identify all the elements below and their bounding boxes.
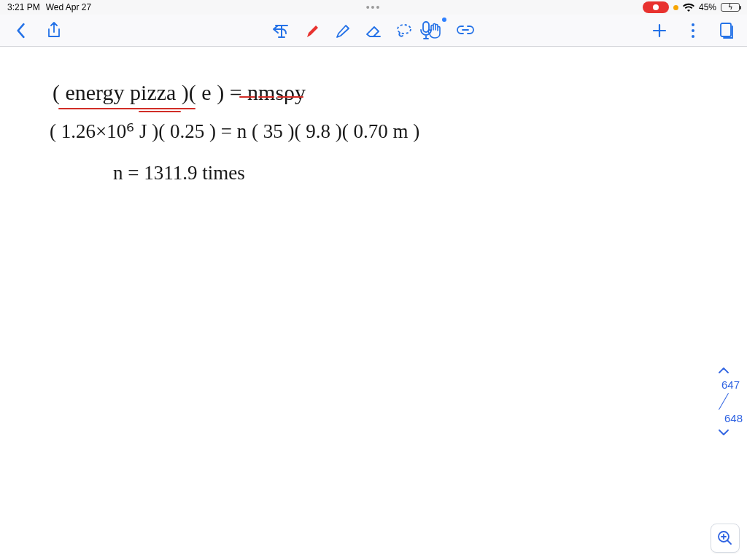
status-right: 45% ϟ xyxy=(643,1,740,13)
back-button[interactable] xyxy=(10,20,31,41)
zoom-in-button[interactable] xyxy=(711,524,740,553)
pen-tool-button[interactable] xyxy=(302,20,322,41)
multitask-dots[interactable]: ••• xyxy=(366,1,382,13)
red-underline-icon xyxy=(58,108,196,109)
page-up-button[interactable] xyxy=(718,367,729,374)
eraser-tool-button[interactable] xyxy=(363,20,384,41)
page-total: 648 xyxy=(724,412,743,424)
svg-point-4 xyxy=(692,35,694,38)
toolbar-left xyxy=(10,20,64,41)
screen-record-indicator[interactable] xyxy=(643,1,669,13)
toolbar-tools xyxy=(271,20,476,41)
page-current[interactable]: 647 xyxy=(721,378,740,391)
wifi-icon xyxy=(683,3,694,12)
battery-icon: ϟ xyxy=(721,3,740,12)
svg-point-2 xyxy=(692,23,694,26)
link-tool-button[interactable] xyxy=(455,20,476,41)
app-toolbar xyxy=(0,15,747,47)
svg-point-3 xyxy=(692,29,694,32)
status-time: 3:21 PM xyxy=(7,2,40,12)
red-underline-icon xyxy=(277,96,303,98)
red-underline-icon xyxy=(139,111,181,112)
battery-percent: 45% xyxy=(699,2,716,12)
pages-button[interactable] xyxy=(716,20,737,41)
page-navigator: 647 648 xyxy=(703,367,744,436)
add-button[interactable] xyxy=(649,20,670,41)
handwriting-line-1: ( energy pizza )( e ) = nmsρy xyxy=(53,80,306,105)
page-down-button[interactable] xyxy=(718,429,729,436)
status-left: 3:21 PM Wed Apr 27 xyxy=(7,2,91,12)
handwriting-line-3: n = 1311.9 times xyxy=(113,162,245,184)
more-button[interactable] xyxy=(683,20,703,41)
red-underline-icon xyxy=(258,96,274,98)
red-underline-icon xyxy=(239,96,255,98)
toolbar-right xyxy=(649,20,737,41)
text-tool-button[interactable] xyxy=(271,20,292,41)
active-tool-indicator-icon xyxy=(441,16,448,23)
mic-in-use-dot-icon xyxy=(673,5,678,10)
status-date: Wed Apr 27 xyxy=(46,2,91,12)
charging-bolt-icon: ϟ xyxy=(728,3,733,11)
svg-rect-5 xyxy=(721,23,731,36)
share-button[interactable] xyxy=(44,20,64,41)
hand-tool-button[interactable] xyxy=(425,20,445,41)
note-canvas[interactable]: ( energy pizza )( e ) = nmsρy ( 1.26×10⁶… xyxy=(0,47,747,560)
handwriting-line-2: ( 1.26×10⁶ J )( 0.25 ) = n ( 35 )( 9.8 )… xyxy=(50,120,419,143)
highlighter-tool-button[interactable] xyxy=(333,20,353,41)
lasso-tool-button[interactable] xyxy=(394,20,414,41)
status-bar: 3:21 PM Wed Apr 27 ••• 45% ϟ xyxy=(0,0,747,15)
record-dot-icon xyxy=(653,4,659,10)
page-slash-icon xyxy=(719,393,729,410)
